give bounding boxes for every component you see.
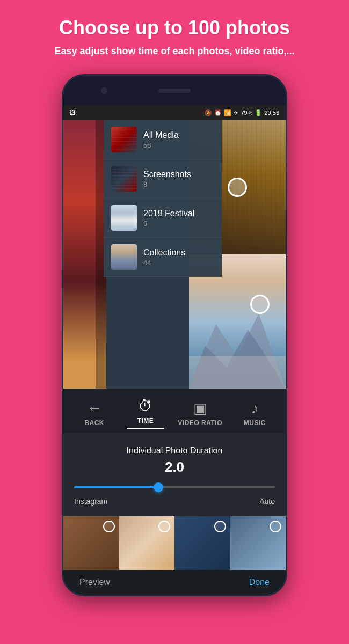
svg-rect-2 xyxy=(189,356,286,389)
time-underline xyxy=(127,428,164,429)
dropdown-info-festival: 2019 Festival 6 xyxy=(143,209,194,228)
slider-thumb[interactable] xyxy=(154,482,163,492)
header-subtitle: Easy adjust show time of each photos, vi… xyxy=(11,45,338,58)
phone-wrapper: 🖼 🔕 ⏰ 📶 ✈ 79% 🔋 20:56 xyxy=(0,74,349,596)
slider-label-right: Auto xyxy=(259,497,275,506)
slider-fill xyxy=(74,486,158,488)
thumb-all-media xyxy=(111,127,137,152)
toolbar-video-ratio[interactable]: ▣ VIDEO RATIO xyxy=(178,399,222,427)
strip-photo-1[interactable] xyxy=(63,516,119,570)
header-title: Choose up to 100 photos xyxy=(11,16,338,39)
thumb-collections xyxy=(111,244,137,270)
bottom-section: ← BACK ⏱ TIME ▣ VIDEO RATIO ♪ MUSIC xyxy=(63,389,286,595)
thumb-screenshots xyxy=(111,166,137,192)
alarm-icon: ⏰ xyxy=(214,109,222,116)
mute-icon: 🔕 xyxy=(205,109,212,116)
dropdown-name-screenshots: Screenshots xyxy=(143,170,191,179)
dropdown-menu[interactable]: All Media 58 Screenshots 8 201 xyxy=(104,120,222,277)
back-icon: ← xyxy=(87,400,102,417)
strip-circle-4[interactable] xyxy=(270,521,281,532)
strip-photo-4[interactable] xyxy=(230,516,286,570)
toolbar-music[interactable]: ♪ MUSIC xyxy=(236,400,273,427)
music-icon: ♪ xyxy=(251,400,258,417)
dropdown-info-all-media: All Media 58 xyxy=(143,130,179,149)
dropdown-name-collections: Collections xyxy=(143,248,185,258)
strip-circle-1[interactable] xyxy=(103,521,115,532)
dropdown-item-all-media[interactable]: All Media 58 xyxy=(104,120,222,159)
phone: 🖼 🔕 ⏰ 📶 ✈ 79% 🔋 20:56 xyxy=(62,74,287,596)
dropdown-count-all-media: 58 xyxy=(143,141,179,149)
toolbar: ← BACK ⏱ TIME ▣ VIDEO RATIO ♪ MUSIC xyxy=(63,389,286,433)
phone-top-bezel xyxy=(63,76,286,105)
airplane-icon: ✈ xyxy=(234,109,238,116)
status-left: 🖼 xyxy=(70,109,76,116)
strip-circle-2[interactable] xyxy=(158,521,170,532)
done-button[interactable]: Done xyxy=(249,577,270,587)
dropdown-name-all-media: All Media xyxy=(143,130,179,140)
status-right: 🔕 ⏰ 📶 ✈ 79% 🔋 20:56 xyxy=(205,109,279,116)
duration-value: 2.0 xyxy=(74,459,275,475)
duration-title: Individual Photo Duration xyxy=(74,446,275,456)
strip-photo-3[interactable] xyxy=(174,516,230,570)
preview-done-bar: Preview Done xyxy=(63,570,286,595)
phone-screen: All Media 58 Screenshots 8 201 xyxy=(63,120,286,389)
slider-labels: Instagram Auto xyxy=(74,497,275,506)
status-bar: 🖼 🔕 ⏰ 📶 ✈ 79% 🔋 20:56 xyxy=(63,105,286,120)
toolbar-time[interactable]: ⏱ TIME xyxy=(127,397,164,429)
dropdown-item-collections[interactable]: Collections 44 xyxy=(104,238,222,277)
video-ratio-label: VIDEO RATIO xyxy=(178,419,222,427)
phone-speaker xyxy=(158,89,191,93)
header-section: Choose up to 100 photos Easy adjust show… xyxy=(0,0,349,69)
phone-camera xyxy=(101,87,107,94)
time-display: 20:56 xyxy=(264,109,279,116)
slider-track xyxy=(74,486,275,488)
dropdown-count-festival: 6 xyxy=(143,219,194,228)
time-label: TIME xyxy=(137,417,154,425)
bottom-photos-strip xyxy=(63,516,286,570)
photo-selector-top[interactable] xyxy=(228,178,247,197)
dropdown-name-festival: 2019 Festival xyxy=(143,209,194,218)
back-label: BACK xyxy=(84,419,104,427)
thumb-festival xyxy=(111,205,137,231)
strip-circle-3[interactable] xyxy=(214,521,226,532)
dropdown-info-screenshots: Screenshots 8 xyxy=(143,170,191,188)
preview-button[interactable]: Preview xyxy=(79,577,110,587)
music-label: MUSIC xyxy=(244,419,266,427)
video-ratio-icon: ▣ xyxy=(193,399,207,417)
battery-icon: 🔋 xyxy=(255,109,262,116)
wifi-icon: 📶 xyxy=(224,109,231,116)
dropdown-item-screenshots[interactable]: Screenshots 8 xyxy=(104,159,222,199)
dropdown-count-screenshots: 8 xyxy=(143,180,191,188)
photo-status-icon: 🖼 xyxy=(70,109,76,116)
battery-text: 79% xyxy=(241,109,252,116)
time-icon: ⏱ xyxy=(138,397,153,415)
dropdown-info-collections: Collections 44 xyxy=(143,248,185,267)
slider-label-left: Instagram xyxy=(74,497,107,506)
dropdown-count-collections: 44 xyxy=(143,259,185,267)
left-bg-photo xyxy=(63,120,106,389)
toolbar-back[interactable]: ← BACK xyxy=(76,400,113,427)
strip-photo-2[interactable] xyxy=(119,516,175,570)
duration-slider-container[interactable] xyxy=(74,486,275,488)
dropdown-item-festival[interactable]: 2019 Festival 6 xyxy=(104,199,222,238)
duration-section: Individual Photo Duration 2.0 Instagram … xyxy=(63,433,286,516)
